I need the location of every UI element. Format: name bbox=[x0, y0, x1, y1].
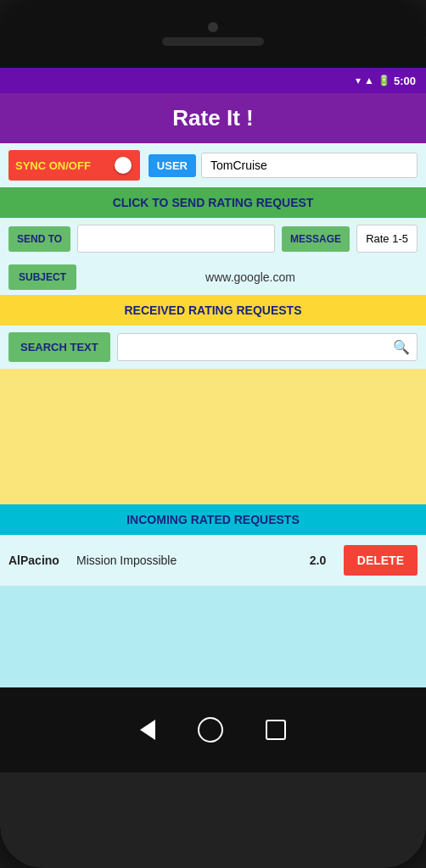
search-icon: 🔍 bbox=[393, 339, 410, 355]
wifi-icon: ▾ bbox=[356, 75, 361, 86]
subject-row: SUBJECT www.google.com bbox=[0, 259, 426, 295]
incoming-user: AlPacino bbox=[8, 554, 68, 567]
search-row: SEARCH TEXT 🔍 bbox=[0, 326, 426, 369]
search-input[interactable] bbox=[125, 341, 388, 353]
delete-button[interactable]: DELETE bbox=[344, 545, 418, 576]
user-section: USER bbox=[149, 153, 418, 178]
sync-text: SYNC ON/OFF bbox=[15, 159, 91, 172]
phone-frame: ▾ ▲ 🔋 5:00 Rate It ! SYNC ON/OFF bbox=[0, 0, 426, 868]
back-button[interactable] bbox=[140, 720, 155, 740]
status-bar: ▾ ▲ 🔋 5:00 bbox=[0, 68, 426, 93]
received-requests-header: RECEIVED RATING REQUESTS bbox=[0, 295, 426, 326]
camera bbox=[208, 22, 218, 32]
toggle-knob bbox=[115, 157, 132, 174]
table-row: AlPacino Mission Impossible 2.0 DELETE bbox=[0, 535, 426, 586]
incoming-rating: 2.0 bbox=[310, 554, 335, 567]
incoming-rated-header: INCOMING RATED REQUESTS bbox=[0, 504, 426, 535]
user-button[interactable]: USER bbox=[149, 154, 196, 177]
sync-toggle[interactable] bbox=[96, 155, 133, 175]
app-title: Rate It ! bbox=[172, 105, 253, 131]
home-button[interactable] bbox=[198, 717, 223, 743]
message-button[interactable]: MESSAGE bbox=[282, 226, 350, 252]
bottom-bezel bbox=[0, 687, 426, 772]
top-bezel bbox=[0, 0, 426, 68]
send-rating-header: CLICK TO SEND RATING REQUEST bbox=[0, 187, 426, 218]
signal-icon: ▲ bbox=[364, 75, 374, 86]
battery-icon: 🔋 bbox=[378, 75, 390, 86]
sync-row: SYNC ON/OFF USER bbox=[0, 143, 426, 187]
speaker bbox=[162, 37, 264, 46]
rate-label: Rate 1-5 bbox=[356, 225, 418, 253]
search-input-wrapper: 🔍 bbox=[117, 333, 418, 361]
search-text-button[interactable]: SEARCH TEXT bbox=[8, 332, 110, 362]
status-icons: ▾ ▲ 🔋 5:00 bbox=[356, 75, 416, 87]
sync-label: SYNC ON/OFF bbox=[8, 150, 140, 181]
send-to-input[interactable] bbox=[77, 225, 275, 253]
subject-value: www.google.com bbox=[83, 270, 418, 284]
incoming-section: AlPacino Mission Impossible 2.0 DELETE bbox=[0, 535, 426, 687]
app-header: Rate It ! bbox=[0, 93, 426, 143]
content-area: SYNC ON/OFF USER CLICK TO SEND RATING RE… bbox=[0, 143, 426, 687]
send-to-row: SEND TO MESSAGE Rate 1-5 bbox=[0, 218, 426, 259]
username-input[interactable] bbox=[201, 153, 418, 178]
subject-button[interactable]: SUBJECT bbox=[8, 264, 76, 290]
status-time: 5:00 bbox=[394, 75, 416, 87]
recents-button[interactable] bbox=[266, 720, 286, 740]
received-list bbox=[0, 369, 426, 504]
incoming-empty-area bbox=[0, 586, 426, 687]
incoming-subject: Mission Impossible bbox=[76, 554, 301, 567]
send-to-button[interactable]: SEND TO bbox=[8, 226, 70, 252]
